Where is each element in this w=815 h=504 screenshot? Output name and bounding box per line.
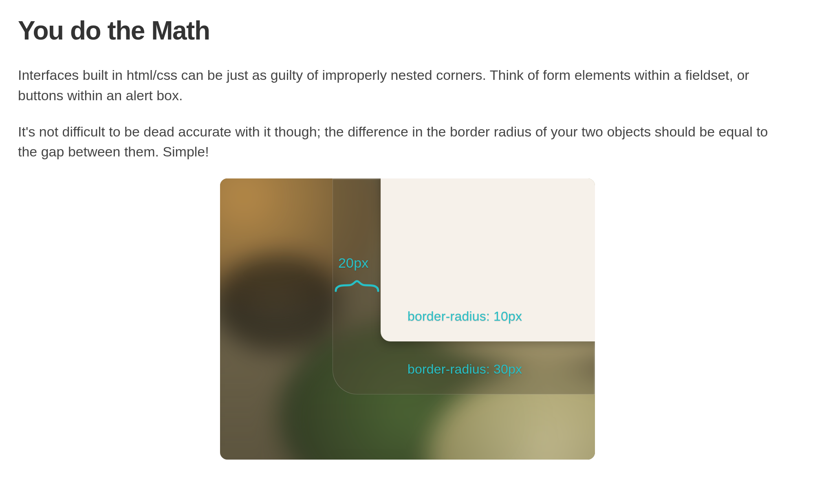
annotation-outer-radius: border-radius: 30px xyxy=(408,362,522,377)
annotation-inner-radius: border-radius: 10px xyxy=(408,309,522,324)
nested-corners-figure: 20px border-radius: 10px border-radius: … xyxy=(220,178,595,460)
figure-container: 20px border-radius: 10px border-radius: … xyxy=(18,178,797,460)
article: You do the Math Interfaces built in html… xyxy=(0,0,815,504)
paragraph-2: It's not difficult to be dead accurate w… xyxy=(18,122,784,162)
annotation-gap: 20px xyxy=(338,255,369,271)
section-heading: You do the Math xyxy=(18,16,797,45)
paragraph-1: Interfaces built in html/css can be just… xyxy=(18,65,784,106)
